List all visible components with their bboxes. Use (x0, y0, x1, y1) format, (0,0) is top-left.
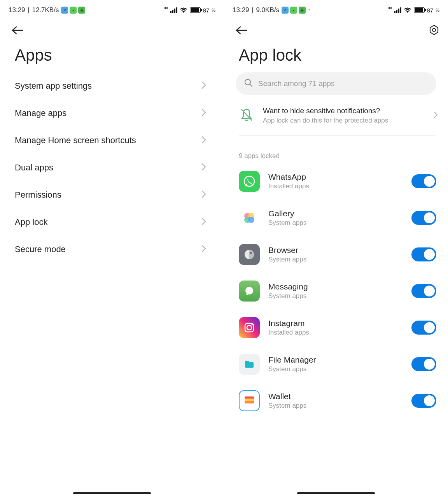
status-right: HD 87% (164, 7, 215, 14)
notice-hide-notifications[interactable]: Want to hide sensitive notifications? Ap… (224, 95, 448, 135)
svg-rect-25 (245, 361, 249, 363)
status-icon-1: ↗ (61, 7, 68, 14)
chevron-right-icon (201, 109, 206, 118)
search-input[interactable] (258, 79, 428, 88)
svg-point-9 (432, 28, 436, 32)
toggle-browser[interactable] (411, 247, 436, 261)
notice-title: Want to hide sensitive notifications? (263, 107, 425, 115)
svg-point-23 (251, 324, 253, 326)
status-icon-1: ↗ (282, 7, 289, 14)
screen-app-lock: 13:29 | 9.0KB/s ↗ ▪ ✚ · HD 87% (224, 0, 448, 498)
settings-button[interactable] (429, 25, 439, 37)
header (0, 19, 224, 41)
menu-item-app-lock[interactable]: App lock (0, 209, 220, 236)
nav-indicator (73, 492, 151, 494)
app-name: Messaging (268, 282, 403, 291)
svg-point-20 (245, 287, 253, 295)
menu-label: App lock (15, 217, 47, 227)
chevron-right-icon (201, 190, 206, 200)
svg-point-17 (248, 217, 254, 223)
back-button[interactable] (12, 25, 23, 37)
menu-list: System app settings Manage apps Manage H… (0, 72, 224, 263)
app-row-browser: Browser System apps (224, 236, 448, 273)
menu-label: Manage Home screen shortcuts (15, 135, 136, 146)
hd-icon: HD (164, 6, 168, 10)
page-title: Apps (0, 41, 224, 72)
status-icon-2: ▪ (70, 7, 77, 14)
battery-text: 87 (203, 7, 210, 14)
svg-point-19 (250, 252, 252, 254)
app-row-instagram: Instagram Installed apps (224, 309, 448, 346)
toggle-whatsapp[interactable] (411, 174, 436, 188)
header (224, 19, 448, 41)
svg-point-22 (247, 325, 252, 330)
app-name: Gallery (268, 209, 403, 218)
svg-rect-7 (400, 7, 401, 13)
hd-icon: HD (388, 6, 392, 10)
app-info: File Manager System apps (268, 355, 403, 373)
menu-label: Manage apps (15, 108, 66, 118)
toggle-filemanager[interactable] (411, 357, 436, 371)
battery-text: 87 (427, 7, 434, 14)
signal-icon (394, 7, 401, 13)
back-button[interactable] (236, 25, 247, 37)
menu-label: System app settings (15, 81, 92, 91)
menu-item-permissions[interactable]: Permissions (0, 181, 220, 209)
app-row-filemanager: File Manager System apps (224, 346, 448, 382)
chevron-right-icon (201, 217, 206, 227)
app-sub: Installed apps (268, 182, 403, 190)
notice-text: Want to hide sensitive notifications? Ap… (263, 107, 425, 124)
menu-item-dual-apps[interactable]: Dual apps (0, 154, 220, 181)
signal-icon (170, 7, 177, 13)
status-icon-3: ✚ (78, 7, 85, 14)
toggle-wallet[interactable] (411, 394, 436, 408)
status-bar: 13:29 | 12.7KB/s ↗ ▪ ✚ HD 87% (0, 0, 224, 19)
page-title: App lock (224, 41, 448, 72)
app-sub: System apps (268, 365, 403, 373)
app-info: WhatsApp Installed apps (268, 172, 403, 190)
status-left: 13:29 | 12.7KB/s ↗ ▪ ✚ (9, 6, 85, 14)
svg-rect-27 (245, 399, 254, 401)
svg-point-10 (245, 79, 250, 85)
status-left: 13:29 | 9.0KB/s ↗ ▪ ✚ · (233, 6, 310, 15)
instagram-icon (239, 317, 260, 338)
svg-rect-24 (245, 362, 254, 368)
toggle-messaging[interactable] (411, 284, 436, 298)
app-sub: System apps (268, 219, 403, 227)
app-row-gallery: Gallery System apps (224, 200, 448, 236)
status-time: 13:29 (9, 6, 25, 14)
wallet-icon (239, 390, 260, 411)
bell-off-icon (239, 107, 254, 124)
browser-icon (239, 244, 260, 265)
svg-rect-1 (172, 10, 173, 13)
app-sub: System apps (268, 292, 403, 300)
gallery-icon (239, 207, 260, 228)
file-manager-icon (239, 354, 260, 375)
search-bar[interactable] (236, 72, 436, 95)
menu-item-secure-mode[interactable]: Secure mode (0, 236, 220, 263)
svg-rect-28 (245, 396, 254, 398)
menu-item-system-app-settings[interactable]: System app settings (0, 72, 220, 100)
messaging-icon (239, 281, 260, 302)
svg-line-11 (250, 84, 252, 86)
status-app-icons: ↗ ▪ ✚ (61, 7, 85, 14)
app-info: Instagram Installed apps (268, 319, 403, 337)
status-icon-2: ▪ (290, 7, 297, 14)
app-info: Browser System apps (268, 245, 403, 263)
app-info: Messaging System apps (268, 282, 403, 300)
svg-rect-2 (174, 9, 175, 13)
app-row-wallet: Wallet System apps (224, 382, 448, 419)
wifi-icon (180, 7, 187, 13)
screen-apps: 13:29 | 12.7KB/s ↗ ▪ ✚ HD 87% Apps (0, 0, 224, 498)
chevron-right-icon (201, 81, 206, 91)
toggle-instagram[interactable] (411, 321, 436, 335)
app-info: Gallery System apps (268, 209, 403, 227)
menu-item-manage-apps[interactable]: Manage apps (0, 100, 220, 127)
menu-item-home-shortcuts[interactable]: Manage Home screen shortcuts (0, 127, 220, 154)
toggle-gallery[interactable] (411, 211, 436, 225)
app-row-messaging: Messaging System apps (224, 273, 448, 309)
app-name: WhatsApp (268, 172, 403, 182)
menu-label: Secure mode (15, 244, 66, 254)
nav-indicator (297, 492, 375, 494)
whatsapp-icon (239, 171, 260, 192)
